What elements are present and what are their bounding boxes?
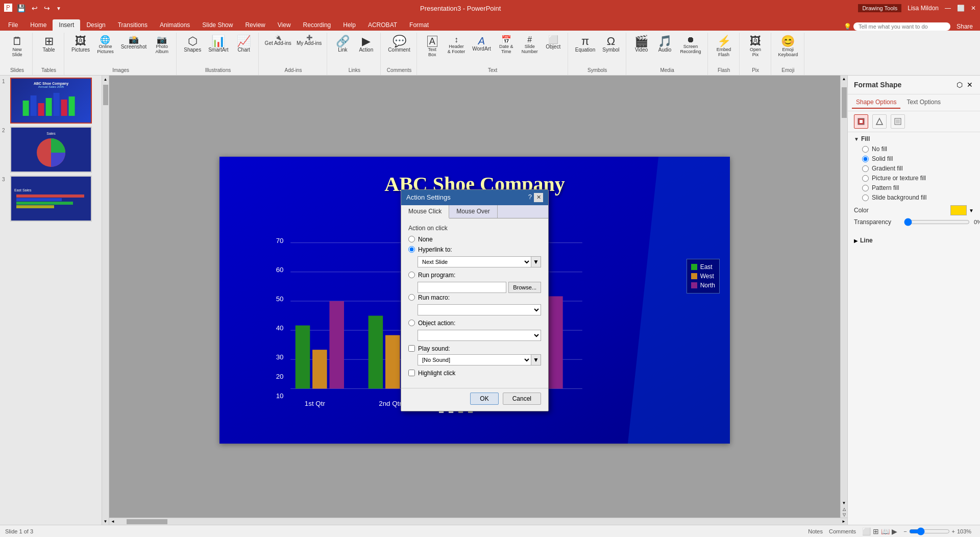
format-panel-expand-icon[interactable]: ⬡ [955, 80, 964, 90]
no-fill-radio[interactable] [862, 146, 869, 153]
undo-qat-btn[interactable]: ↩ [30, 3, 39, 13]
cancel-button[interactable]: Cancel [503, 393, 541, 405]
radio-hyperlink[interactable] [408, 246, 415, 253]
scroll-down-btn[interactable]: ▼ [842, 500, 846, 506]
open-pix-button[interactable]: 🖼 OpenPix [744, 34, 767, 59]
format-subtab-text-options[interactable]: Text Options [902, 96, 945, 109]
radio-run-macro[interactable] [408, 294, 415, 301]
reading-view-btn[interactable]: 📖 [881, 527, 890, 535]
new-slide-button[interactable]: 🗒 NewSlide [6, 34, 29, 59]
close-btn[interactable]: ✕ [971, 5, 976, 12]
symbol-button[interactable]: Ω Symbol [599, 34, 622, 55]
radio-run-program[interactable] [408, 272, 415, 278]
tab-acrobat[interactable]: ACROBAT [362, 19, 403, 31]
tab-insert[interactable]: Insert [53, 19, 80, 31]
scroll-up-btn[interactable]: ▲ [842, 76, 846, 82]
tab-slideshow[interactable]: Slide Show [196, 19, 239, 31]
notes-btn[interactable]: Notes [808, 528, 823, 534]
get-addins-button[interactable]: 🔌 Get Add-ins [263, 34, 293, 47]
object-select[interactable] [418, 330, 541, 341]
action-button[interactable]: ▶ Action [355, 34, 377, 55]
gradient-fill-radio[interactable] [862, 165, 869, 172]
zoom-in-btn[interactable]: + [952, 528, 955, 534]
tab-review[interactable]: Review [239, 19, 271, 31]
wordart-button[interactable]: A WordArt [469, 34, 494, 54]
shapes-button[interactable]: ⬡ Shapes [181, 34, 204, 55]
slide-img-3[interactable]: East Sales [10, 176, 92, 222]
hscroll-track[interactable] [116, 519, 840, 524]
vscroll-track[interactable] [842, 82, 847, 500]
customize-qat-btn[interactable]: ▼ [55, 5, 63, 12]
slideshow-btn[interactable]: ▶ [892, 527, 897, 535]
object-button[interactable]: ⬜ Object [542, 34, 565, 52]
vscroll-thumb[interactable] [842, 87, 847, 118]
header-footer-button[interactable]: ↕ Header& Footer [445, 34, 469, 56]
hscroll-thumb[interactable] [127, 519, 167, 524]
format-panel-close-icon[interactable]: ✕ [966, 80, 974, 90]
slide-bg-fill-radio[interactable] [862, 194, 869, 201]
emoji-keyboard-button[interactable]: 😊 EmojiKeyboard [775, 34, 801, 59]
solid-fill-radio[interactable] [862, 156, 869, 162]
zoom-slider[interactable] [909, 527, 950, 535]
screenshot-button[interactable]: 📸 Screenshot [118, 34, 150, 52]
fill-effects-icon-btn[interactable] [854, 114, 868, 129]
zoom-level[interactable]: 103% [957, 528, 975, 534]
restore-btn[interactable]: ⬜ [957, 5, 965, 12]
tab-format[interactable]: Format [403, 19, 435, 31]
chart-button[interactable]: 📈 Chart [233, 34, 255, 55]
dialog-tab-mouse-click[interactable]: Mouse Click [401, 205, 449, 218]
color-dropdown-btn[interactable]: ▼ [969, 208, 974, 213]
play-sound-checkbox[interactable] [408, 345, 415, 352]
horizontal-scrollbar[interactable]: ◄ ► [109, 518, 847, 525]
tab-animations[interactable]: Animations [154, 19, 196, 31]
slide-number-button[interactable]: # SlideNumber [519, 34, 541, 56]
scroll-up[interactable]: ▲ [103, 76, 108, 83]
next-section-btn[interactable]: ▽ [843, 512, 846, 518]
my-addins-button[interactable]: ➕ My Add-ins [295, 34, 324, 47]
highlight-click-checkbox[interactable] [408, 370, 415, 376]
scroll-right[interactable]: ► [840, 519, 847, 524]
video-button[interactable]: 🎬 Video [630, 34, 653, 55]
prev-section-btn[interactable]: △ [843, 506, 846, 512]
sound-dropdown-btn[interactable]: ▼ [531, 354, 541, 365]
slide-thumb-3[interactable]: 3 East Sales [2, 176, 100, 222]
slide-thumb-1[interactable]: 1 ABC Shoe Company Annual Sales 2005 [2, 78, 100, 124]
transparency-slider[interactable] [904, 218, 970, 226]
slide-sorter-btn[interactable]: ⊞ [873, 527, 879, 535]
browse-button[interactable]: Browse... [508, 282, 541, 293]
slide-img-2[interactable]: Sales [10, 127, 92, 173]
tab-view[interactable]: View [272, 19, 297, 31]
photo-album-button[interactable]: 📷 PhotoAlbum [151, 34, 173, 56]
tab-help[interactable]: Help [337, 19, 362, 31]
link-button[interactable]: 🔗 Link [331, 34, 354, 55]
embed-flash-button[interactable]: ⚡ EmbedFlash [713, 34, 735, 59]
normal-view-btn[interactable]: ⬜ [862, 527, 871, 535]
ok-button[interactable]: OK [470, 393, 498, 405]
save-qat-btn[interactable]: 💾 [15, 3, 27, 13]
slide-thumb-2[interactable]: 2 Sales [2, 127, 100, 173]
left-scroll[interactable]: ▲ ▼ [102, 76, 109, 525]
tab-file[interactable]: File [2, 19, 24, 31]
radio-object-action[interactable] [408, 320, 415, 326]
online-pictures-button[interactable]: 🌐 OnlinePictures [94, 34, 117, 56]
slide-img-1[interactable]: ABC Shoe Company Annual Sales 2005 [10, 78, 92, 124]
tab-recording[interactable]: Recording [297, 19, 337, 31]
radio-none[interactable] [408, 236, 415, 242]
pattern-fill-radio[interactable] [862, 185, 869, 191]
scroll-left[interactable]: ◄ [109, 519, 116, 524]
line-section[interactable]: ▶ Line [848, 234, 980, 247]
run-program-input[interactable] [418, 282, 506, 293]
minimize-btn[interactable]: — [945, 5, 951, 12]
scroll-down[interactable]: ▼ [103, 518, 108, 525]
comments-btn[interactable]: Comments [829, 528, 856, 534]
equation-button[interactable]: π Equation [572, 34, 598, 55]
smartart-button[interactable]: 📊 SmartArt [205, 34, 231, 55]
effects-icon-btn[interactable] [872, 114, 887, 129]
picture-texture-fill-radio[interactable] [862, 175, 869, 182]
scroll-thumb-v[interactable] [103, 85, 108, 105]
tab-design[interactable]: Design [80, 19, 111, 31]
pictures-button[interactable]: 🖼 Pictures [68, 34, 93, 55]
redo-qat-btn[interactable]: ↪ [42, 3, 52, 13]
text-box-button[interactable]: A TextBox [421, 34, 444, 59]
share-label[interactable]: Share [957, 23, 973, 30]
